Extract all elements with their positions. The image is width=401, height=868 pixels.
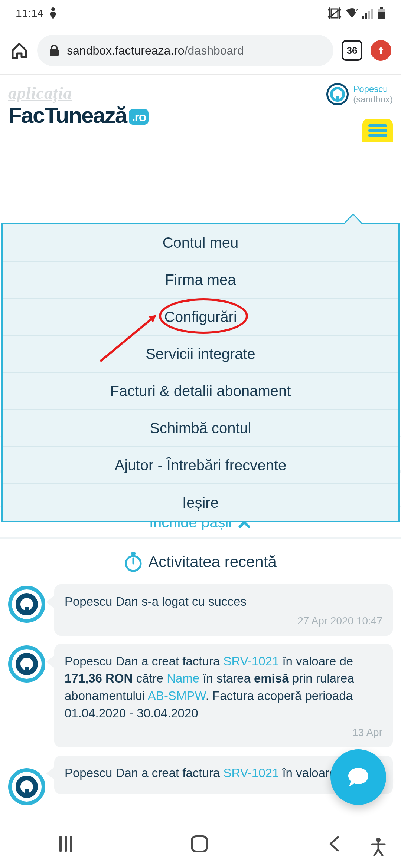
hamburger-icon [368, 124, 387, 137]
activity-bubble: Popescu Dan a creat factura SRV-1021 în … [54, 644, 393, 747]
menu-configurari[interactable]: Configurări [3, 299, 398, 336]
menu-facturi-abon[interactable]: Facturi & detalii abonament [3, 373, 398, 410]
svg-point-18 [376, 838, 381, 842]
omnibox-path: /dashboard [185, 44, 244, 57]
lock-icon [49, 44, 59, 57]
svg-line-22 [378, 849, 382, 855]
account-dropdown: Contul meu Firma mea Configurări Servici… [1, 223, 400, 522]
svg-rect-9 [378, 12, 385, 19]
activity-item: Popescu Dan s-a logat cu succes 27 Apr 2… [8, 584, 393, 636]
omnibox-host: sandbox.factureaza.ro [67, 44, 185, 57]
svg-rect-3 [362, 16, 364, 19]
brand-logo: FacTunează.ro [8, 104, 149, 126]
chat-icon [345, 764, 371, 790]
user-context: (sandbox) [353, 94, 393, 105]
menu-schimba-contul[interactable]: Schimbă contul [3, 410, 398, 447]
activity-bubble: Popescu Dan s-a logat cu succes 27 Apr 2… [54, 584, 393, 636]
avatar-icon [8, 768, 45, 805]
chrome-home-button[interactable] [10, 41, 29, 60]
nav-recent-button[interactable] [59, 836, 72, 852]
nav-home-button[interactable] [191, 835, 208, 852]
invoice-link[interactable]: SRV-1021 [223, 766, 279, 780]
android-status-bar: 11:14 [0, 0, 401, 27]
menu-firma-mea[interactable]: Firma mea [3, 262, 398, 299]
avatar-icon [8, 586, 45, 623]
menu-iesire[interactable]: Ieșire [3, 484, 398, 521]
vibrate-mute-icon [327, 7, 342, 19]
menu-contul-meu[interactable]: Contul meu [3, 224, 398, 262]
user-chip[interactable]: Popescu (sandbox) [326, 83, 393, 105]
pregnancy-icon [49, 7, 58, 19]
status-time: 11:14 [16, 7, 43, 20]
wifi-icon [345, 8, 359, 19]
invoice-link[interactable]: SRV-1021 [223, 654, 279, 668]
nav-back-button[interactable] [327, 835, 342, 853]
svg-point-0 [51, 7, 55, 11]
svg-rect-6 [371, 9, 373, 19]
svg-rect-10 [50, 49, 59, 56]
svg-rect-4 [365, 13, 367, 19]
svg-line-21 [374, 849, 378, 855]
activity-time: 13 Apr [65, 725, 382, 740]
battery-icon [378, 7, 385, 19]
hamburger-button[interactable] [362, 119, 393, 142]
svg-rect-15 [131, 552, 136, 555]
omnibox[interactable]: sandbox.factureaza.ro/dashboard [37, 35, 333, 66]
client-link[interactable]: Name [167, 671, 199, 685]
activity-time: 27 Apr 2020 10:47 [65, 614, 382, 628]
svg-rect-5 [368, 11, 370, 19]
accessibility-icon[interactable] [371, 838, 386, 856]
tab-count-button[interactable]: 36 [342, 40, 362, 61]
avatar-icon [8, 645, 45, 683]
activity-item: Popescu Dan a creat factura SRV-1021 în … [8, 644, 393, 747]
aplicatia-text: aplicația [8, 83, 149, 103]
avatar-icon [326, 83, 349, 105]
browser-omnibar: sandbox.factureaza.ro/dashboard 36 [0, 27, 401, 75]
chrome-update-button[interactable] [371, 40, 391, 61]
signal-icon [362, 8, 374, 19]
menu-ajutor[interactable]: Ajutor - Întrebări frecvente [3, 447, 398, 484]
svg-rect-7 [380, 7, 383, 9]
chat-fab[interactable] [330, 749, 386, 805]
user-name: Popescu [353, 84, 393, 94]
app-header: aplicația FacTunează.ro Popescu (sandbox… [0, 75, 401, 126]
section-recent-activity: Activitatea recentă [0, 539, 401, 581]
subscription-link[interactable]: AB-SMPW [148, 689, 206, 703]
menu-servicii[interactable]: Servicii integrate [3, 336, 398, 373]
android-nav-bar [0, 820, 401, 868]
stopwatch-icon [124, 552, 142, 572]
